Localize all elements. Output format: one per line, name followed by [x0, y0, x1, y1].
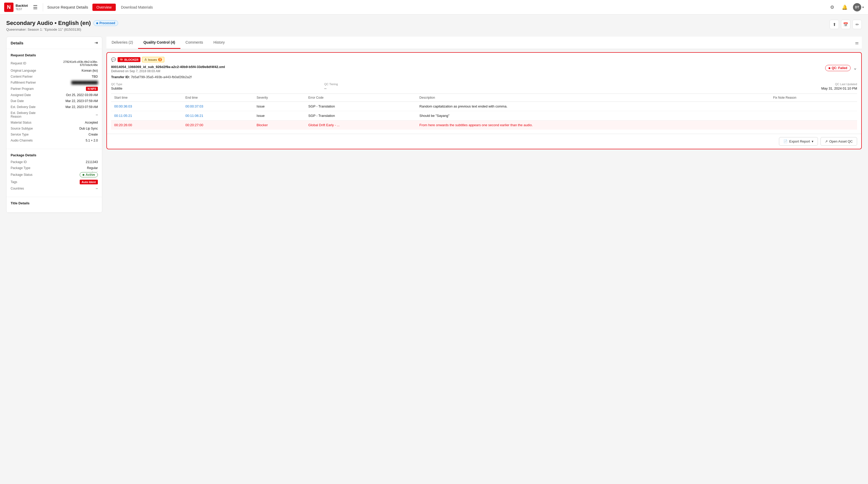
- value-source-subtype: Dub Lip Sync: [47, 127, 98, 130]
- page-subtitle: Queenmaker: Season 1: "Episode 11" (8150…: [6, 28, 118, 31]
- tab-history[interactable]: History: [208, 37, 230, 49]
- page-content: Secondary Audio • English (en) Processed…: [0, 14, 868, 218]
- calendar-icon-button[interactable]: 📅: [841, 20, 850, 29]
- field-package-status: Package Status Active: [11, 172, 98, 177]
- field-est-delivery-date: Est. Delivery Date Mar 22, 2023 07:59 AM: [11, 105, 98, 109]
- hamburger-menu-button[interactable]: ☰: [32, 3, 39, 11]
- field-est-delivery-reason: Est. Delivery Date Reason --: [11, 111, 98, 118]
- page-header: Secondary Audio • English (en) Processed…: [6, 20, 862, 31]
- collapse-sidebar-icon[interactable]: ⇥: [94, 40, 98, 45]
- export-report-button[interactable]: 📄 Export Report ▾: [779, 137, 818, 146]
- chevron-down-icon: ▾: [812, 140, 813, 143]
- cell-description-2: Should be "Sayang": [416, 111, 770, 120]
- status-dot-icon: [96, 22, 98, 24]
- badge-np3: N NP3: [86, 87, 98, 91]
- label-audio-channels: Audio Channels: [11, 139, 47, 142]
- field-partner-program: Partner Program N NP3: [11, 87, 98, 91]
- expand-collapse-icon[interactable]: ⌄: [853, 65, 857, 71]
- qc-item-header: 80014054_1066069_id_sub_926d2f9a-a2c2-40…: [111, 65, 857, 73]
- tab-quality-control[interactable]: Quality Control (4): [138, 37, 180, 49]
- user-avatar-area[interactable]: DT ▾: [853, 3, 864, 11]
- field-fulfillment-partner: Fulfillment Partner ████████████: [11, 81, 98, 84]
- nav-divider: [43, 3, 43, 11]
- value-est-delivery-reason: --: [47, 113, 98, 117]
- table-row: 00:00:36:03 00:00:37:03 Issue SGP - Tran…: [111, 102, 857, 111]
- field-material-status: Material Status Accepted: [11, 121, 98, 124]
- status-badge-processed: Processed: [93, 20, 118, 26]
- link-end-2[interactable]: 00:11:06:21: [185, 114, 203, 118]
- cell-severity-1: Issue: [254, 102, 305, 111]
- label-fulfillment-partner: Fulfillment Partner: [11, 81, 47, 84]
- label-package-id: Package ID: [11, 160, 47, 164]
- cell-description-3: From here onwards the subtitles appears …: [416, 120, 770, 130]
- label-due-date: Due Date: [11, 99, 47, 103]
- notifications-icon-button[interactable]: 🔔: [840, 3, 849, 11]
- link-start-1[interactable]: 00:00:36:03: [114, 104, 132, 108]
- col-start-time: Start time: [111, 94, 182, 102]
- drag-handle-icon[interactable]: ⋮⋮: [90, 170, 99, 176]
- tab-deliveries[interactable]: Deliveries (2): [106, 37, 138, 49]
- label-est-delivery-reason: Est. Delivery Date Reason: [11, 111, 47, 118]
- qc-tiering-label: QC Tiering: [324, 83, 537, 86]
- tab-comments[interactable]: Comments: [180, 37, 209, 49]
- qc-panel: 💬 ⛔ BLOCKER ⚠ Issues 3: [106, 52, 862, 149]
- cell-severity-2: Issue: [254, 111, 305, 120]
- link-end-3[interactable]: 00:20:27:00: [185, 123, 203, 127]
- value-package-type: Regular: [47, 166, 98, 170]
- value-est-delivery-date: Mar 22, 2023 07:59 AM: [47, 105, 98, 109]
- col-description: Description: [416, 94, 770, 102]
- col-error-code: Error Code: [305, 94, 416, 102]
- label-package-type: Package Type: [11, 166, 47, 170]
- link-start-2[interactable]: 00:11:05:21: [114, 114, 132, 118]
- value-package-id: 2111343: [47, 160, 98, 164]
- open-asset-qc-button[interactable]: ↗ Open Asset QC: [820, 137, 857, 146]
- title-details-title: Title Details: [11, 201, 98, 205]
- edit-icon-button[interactable]: ✏: [852, 20, 862, 29]
- title-text: Secondary Audio • English (en): [6, 20, 91, 27]
- label-original-language: Original Language: [11, 69, 47, 72]
- label-est-delivery-date: Est. Delivery Date: [11, 105, 47, 109]
- nav-tab-download-materials[interactable]: Download Materials: [117, 4, 157, 11]
- qc-tiering-value: --: [324, 87, 537, 90]
- filter-icon-button[interactable]: ⚌: [852, 38, 862, 47]
- qc-filename: 80014054_1066069_id_sub_926d2f9a-a2c2-40…: [111, 65, 225, 69]
- field-countries: Countries --: [11, 187, 98, 190]
- qc-tiering-col: QC Tiering --: [324, 83, 537, 90]
- field-due-date: Due Date Mar 22, 2023 07:59 AM: [11, 99, 98, 103]
- settings-icon-button[interactable]: ⚙: [828, 3, 836, 11]
- page-header-left: Secondary Audio • English (en) Processed…: [6, 20, 118, 31]
- link-end-1[interactable]: 00:00:37:03: [185, 104, 203, 108]
- sidebar-title-details: Title Details: [6, 197, 102, 213]
- page-header-actions: ⬆ 📅 ✏: [830, 20, 862, 29]
- field-original-language: Original Language Korean (ko): [11, 69, 98, 72]
- value-request-id: 278241e9-c83b-4fe2-b38e-6707ebcfc48e: [47, 60, 98, 66]
- link-start-3[interactable]: 00:20:26:00: [114, 123, 132, 127]
- value-assigned-date: Oct 25, 2022 03:09 AM: [47, 93, 98, 97]
- table-header-row: Start time End time Severity Error Code …: [111, 94, 857, 102]
- logo-area[interactable]: N Backlot TEST: [4, 3, 28, 12]
- upload-icon-button[interactable]: ⬆: [830, 20, 839, 29]
- value-audio-channels: 5.1 + 2.0: [47, 139, 98, 142]
- netflix-logo-icon: N: [4, 3, 13, 12]
- value-fulfillment-partner: ████████████: [47, 81, 98, 84]
- brand-name: Backlot: [16, 4, 28, 8]
- request-details-title: Request Details: [11, 53, 98, 57]
- field-package-type: Package Type Regular: [11, 166, 98, 170]
- qc-footer: 📄 Export Report ▾ ↗ Open Asset QC: [107, 134, 861, 149]
- label-assigned-date: Assigned Date: [11, 93, 47, 97]
- qc-panel-wrapper: 💬 ⛔ BLOCKER ⚠ Issues 3: [106, 52, 862, 149]
- main-layout: Details ⇥ Request Details Request ID 278…: [6, 37, 862, 213]
- col-severity: Severity: [254, 94, 305, 102]
- qc-status-badge: QC: Failed: [825, 65, 850, 71]
- brand-sub: TEST: [16, 8, 28, 11]
- nav-tabs: Overview Download Materials: [92, 4, 157, 11]
- content-tabs-bar: Deliveries (2) Quality Control (4) Comme…: [106, 37, 862, 49]
- transfer-id: Transfer ID: 7b5af799-35a5-493b-a443-fb0…: [111, 75, 857, 79]
- label-service-type: Service Type: [11, 133, 47, 136]
- field-service-type: Service Type Create: [11, 133, 98, 136]
- nav-tab-overview[interactable]: Overview: [92, 4, 116, 11]
- field-tags: Tags Auto Ident: [11, 180, 98, 184]
- value-original-language: Korean (ko): [47, 69, 98, 72]
- chevron-down-icon: ▾: [862, 5, 864, 9]
- value-content-partner: TBD: [47, 75, 98, 79]
